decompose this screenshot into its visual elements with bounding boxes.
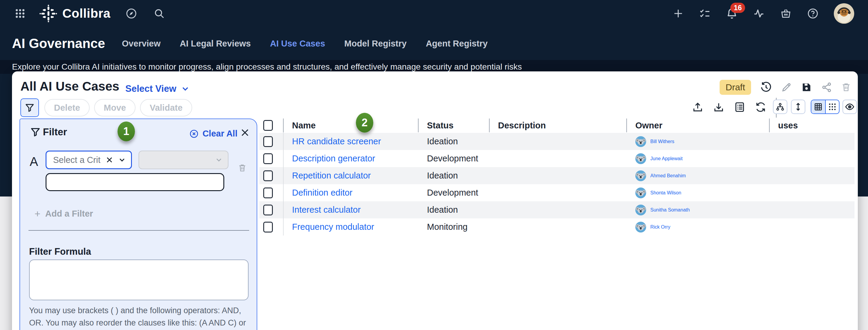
clear-all-label: Clear All (203, 129, 238, 139)
use-case-name-link[interactable]: HR candidate screener (292, 137, 381, 146)
use-case-name-link[interactable]: Repetition calculator (292, 171, 371, 180)
clause-value-input[interactable] (45, 173, 224, 191)
layout-switcher (811, 99, 839, 114)
delete-button[interactable]: Delete (44, 99, 90, 116)
use-case-name-link[interactable]: Frequency modulator (292, 222, 374, 232)
row-checkbox[interactable] (263, 205, 273, 215)
user-avatar[interactable] (834, 3, 854, 24)
clear-x-icon[interactable] (105, 156, 114, 164)
chevron-down-icon (215, 156, 223, 164)
owner-cell: Ahmed Benahim (626, 171, 769, 181)
use-case-name-link[interactable]: Definition editor (292, 188, 352, 198)
save-icon[interactable] (801, 82, 812, 93)
page-subtitle: Explore your Collibra AI initiatives to … (12, 62, 522, 72)
validate-button[interactable]: Validate (140, 99, 192, 116)
bulk-action-buttons: Delete Move Validate (44, 99, 192, 116)
column-header-owner[interactable]: Owner (626, 121, 769, 130)
compass-icon[interactable] (125, 7, 137, 20)
collibra-logo-icon[interactable] (39, 4, 58, 23)
clear-all-button[interactable]: Clear All (189, 129, 238, 139)
chevron-down-icon[interactable] (118, 156, 126, 164)
owner-avatar-icon (636, 205, 646, 215)
status-cell: Development (418, 154, 489, 163)
notifications-bell-icon[interactable]: 16 (726, 7, 738, 20)
row-checkbox[interactable] (263, 136, 273, 147)
owner-name-link[interactable]: June Applewait (650, 156, 683, 161)
filter-toggle-button[interactable] (21, 98, 39, 117)
select-view-dropdown[interactable]: Select View (125, 83, 190, 94)
criterion-placeholder: Select a Crit (53, 155, 100, 165)
criterion-select[interactable]: Select a Crit (45, 151, 132, 169)
share-icon[interactable] (821, 82, 832, 93)
remove-clause-icon[interactable] (238, 163, 247, 173)
preview-button[interactable] (842, 99, 857, 114)
nav-tabs: OverviewAI Legal ReviewsAI Use CasesMode… (122, 39, 488, 49)
owner-cell: June Applewait (626, 153, 769, 164)
tasks-icon[interactable] (699, 7, 711, 20)
refresh-sync-icon[interactable] (755, 101, 766, 113)
filter-panel-header: Filter (30, 126, 67, 138)
nav-tab-ai-use-cases[interactable]: AI Use Cases (270, 39, 325, 49)
table-row: HR candidate screenerIdeationBill Wither… (259, 133, 855, 150)
close-filter-icon[interactable] (240, 127, 250, 138)
owner-avatar-icon (636, 222, 646, 233)
download-icon[interactable] (713, 101, 724, 113)
checkbox-column-divider (283, 132, 284, 236)
column-header-name[interactable]: Name (283, 121, 418, 130)
diagram-view-button[interactable] (773, 99, 787, 114)
topbar-right: 16 (673, 3, 868, 24)
move-button[interactable]: Move (94, 99, 135, 116)
column-header-uses[interactable]: uses (769, 121, 855, 130)
owner-name-link[interactable]: Shonta Wilson (650, 190, 681, 196)
basket-icon[interactable] (780, 7, 792, 20)
search-icon[interactable] (154, 8, 165, 19)
table-row: Description generatorDevelopmentJune App… (259, 150, 855, 167)
report-form-icon[interactable] (734, 101, 745, 113)
row-checkbox[interactable] (263, 153, 273, 164)
owner-avatar-icon (636, 153, 646, 164)
owner-name-link[interactable]: Sunitha Somanath (650, 207, 690, 213)
annotation-step-2: 2 (356, 113, 373, 132)
chevron-down-icon (181, 84, 190, 94)
header-separator (626, 119, 627, 132)
edit-pencil-icon[interactable] (781, 82, 792, 93)
row-checkbox[interactable] (263, 187, 273, 198)
select-all-checkbox[interactable] (263, 120, 273, 131)
main-panel: All AI Use Cases Select View Draft (12, 71, 858, 330)
filter-divider (29, 230, 249, 231)
sort-rows-button[interactable] (791, 99, 805, 114)
upload-icon[interactable] (692, 101, 703, 113)
table-header-row: Name Status Description Owner uses (259, 119, 855, 132)
add-filter-label: Add a Filter (45, 209, 93, 219)
table-row: Definition editorDevelopmentShonta Wilso… (259, 184, 855, 201)
org-chart-icon (776, 102, 785, 111)
row-checkbox[interactable] (263, 171, 273, 181)
owner-name-link[interactable]: Ahmed Benahim (650, 173, 686, 179)
owner-name-link[interactable]: Bill Withers (650, 139, 674, 144)
use-case-name-link[interactable]: Interest calculator (292, 205, 361, 214)
table-view-button[interactable] (811, 100, 825, 113)
column-header-status[interactable]: Status (418, 121, 489, 130)
nav-tab-overview[interactable]: Overview (122, 39, 161, 49)
column-header-description[interactable]: Description (489, 121, 626, 130)
owner-name-link[interactable]: Rick Orry (650, 224, 671, 230)
view-title: All AI Use Cases (21, 79, 119, 94)
nav-tab-ai-legal-reviews[interactable]: AI Legal Reviews (180, 39, 251, 49)
filter-formula-input[interactable] (29, 260, 249, 300)
nav-tab-model-registry[interactable]: Model Registry (344, 39, 407, 49)
delete-trash-icon[interactable] (841, 82, 851, 92)
help-icon[interactable] (807, 7, 819, 20)
tile-view-button[interactable] (825, 100, 839, 113)
operator-select-disabled[interactable] (138, 151, 228, 169)
header-separator (769, 119, 770, 132)
history-icon[interactable] (760, 81, 772, 93)
add-filter-button[interactable]: + Add a Filter (34, 208, 93, 219)
nav-tab-agent-registry[interactable]: Agent Registry (426, 39, 488, 49)
status-cell: Development (418, 188, 489, 198)
waffle-menu-icon[interactable] (14, 8, 26, 19)
activity-pulse-icon[interactable] (753, 7, 765, 20)
create-plus-icon[interactable] (673, 8, 684, 19)
dot-grid-icon (828, 102, 837, 111)
row-checkbox[interactable] (263, 222, 273, 233)
use-case-name-link[interactable]: Description generator (292, 154, 375, 163)
